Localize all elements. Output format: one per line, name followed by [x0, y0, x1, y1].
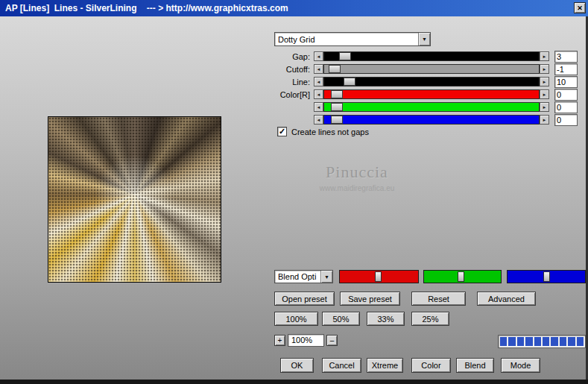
- color-r-slider[interactable]: ◄ ►: [314, 89, 549, 99]
- plugin-dialog-window: AP [Lines] Lines - SilverLining --- > ht…: [0, 0, 588, 384]
- filter-preview-image[interactable]: [48, 116, 221, 283]
- slider-row-color-r: Color[R] ◄ ►: [0, 89, 588, 101]
- close-icon: ✕: [577, 4, 583, 12]
- watermark-url: www.maidiregrafica.eu: [274, 184, 440, 192]
- gap-value-input[interactable]: [554, 51, 578, 63]
- save-preset-button[interactable]: Save preset: [340, 292, 400, 306]
- progress-segment: [517, 337, 524, 346]
- mode-button[interactable]: Mode: [501, 358, 540, 373]
- red-channel-slider[interactable]: [339, 270, 419, 283]
- slider-decrement-icon[interactable]: ◄: [314, 64, 323, 74]
- slider-row-gap: Gap: ◄ ►: [0, 51, 588, 63]
- slider-row-color-g: ◄ ►: [0, 102, 588, 113]
- zoom-level-value: 100%: [288, 334, 324, 347]
- color-r-slider-thumb[interactable]: [331, 90, 343, 98]
- cutoff-value-input[interactable]: [554, 63, 578, 75]
- green-channel-slider-thumb[interactable]: [458, 271, 464, 282]
- line-label: Line:: [246, 77, 310, 87]
- check-icon: ✓: [279, 128, 285, 136]
- zoom-out-button[interactable]: –: [326, 335, 338, 346]
- slider-increment-icon[interactable]: ►: [540, 77, 549, 86]
- progress-segment: [500, 337, 507, 346]
- blend-options-value: Blend Opti: [275, 272, 320, 281]
- gap-label: Gap:: [246, 51, 310, 62]
- red-channel-slider-thumb[interactable]: [375, 271, 382, 282]
- chevron-down-icon[interactable]: ▼: [320, 271, 332, 283]
- gap-slider-thumb[interactable]: [339, 52, 351, 60]
- slider-row-cutoff: Cutoff: ◄ ►: [0, 64, 588, 75]
- color-g-slider-thumb[interactable]: [331, 103, 343, 111]
- window-title: AP [Lines] Lines - SilverLining --- > ht…: [0, 3, 288, 13]
- xtreme-button[interactable]: Xtreme: [367, 358, 403, 373]
- progress-segment: [577, 337, 584, 346]
- zoom-in-button[interactable]: +: [274, 335, 285, 346]
- cancel-button[interactable]: Cancel: [322, 358, 361, 373]
- slider-increment-icon[interactable]: ►: [540, 102, 549, 112]
- slider-increment-icon[interactable]: ►: [540, 64, 549, 74]
- color-b-slider[interactable]: ◄ ►: [314, 115, 549, 125]
- gap-slider[interactable]: ◄ ►: [314, 51, 549, 61]
- create-lines-checkbox-row: ✓ Create lines not gaps: [277, 127, 369, 136]
- reset-button[interactable]: Reset: [411, 292, 466, 306]
- slider-decrement-icon[interactable]: ◄: [314, 77, 323, 86]
- zoom-100-button[interactable]: 100%: [274, 312, 318, 326]
- progress-segment: [525, 337, 532, 346]
- color-button[interactable]: Color: [411, 358, 451, 373]
- color-r-label: Color[R]: [246, 89, 310, 100]
- blue-channel-slider-thumb[interactable]: [543, 271, 550, 282]
- cutoff-slider-thumb[interactable]: [329, 65, 341, 73]
- create-lines-checkbox[interactable]: ✓: [277, 127, 287, 136]
- progress-segment: [543, 337, 549, 346]
- close-button[interactable]: ✕: [574, 2, 586, 13]
- line-slider-thumb[interactable]: [344, 78, 355, 86]
- create-lines-checkbox-label: Create lines not gaps: [291, 128, 369, 136]
- ok-button[interactable]: OK: [280, 358, 314, 373]
- cutoff-slider[interactable]: ◄ ►: [314, 64, 549, 74]
- line-value-input[interactable]: [554, 76, 578, 88]
- slider-row-line: Line: ◄ ►: [0, 77, 588, 88]
- watermark-name: Pinuccia: [274, 163, 440, 182]
- slider-row-color-b: ◄ ►: [0, 115, 588, 126]
- zoom-33-button[interactable]: 33%: [367, 312, 405, 326]
- line-slider-track[interactable]: [323, 77, 540, 86]
- open-preset-button[interactable]: Open preset: [274, 292, 335, 306]
- blend-options-dropdown[interactable]: Blend Opti ▼: [274, 270, 333, 283]
- color-b-value-input[interactable]: [554, 114, 578, 126]
- cutoff-slider-track[interactable]: [323, 64, 540, 74]
- slider-increment-icon[interactable]: ►: [540, 89, 549, 99]
- effect-preset-dropdown[interactable]: Dotty Grid ▼: [274, 32, 431, 46]
- progress-bar: [498, 335, 586, 348]
- color-g-slider-track[interactable]: [323, 102, 540, 112]
- color-r-slider-track[interactable]: [323, 89, 540, 99]
- color-b-slider-track[interactable]: [323, 115, 540, 125]
- zoom-50-button[interactable]: 50%: [322, 312, 360, 326]
- slider-decrement-icon[interactable]: ◄: [314, 115, 323, 125]
- slider-decrement-icon[interactable]: ◄: [314, 102, 323, 112]
- blue-channel-slider[interactable]: [507, 270, 586, 283]
- progress-segment: [534, 337, 541, 346]
- line-slider[interactable]: ◄ ►: [314, 77, 549, 86]
- slider-increment-icon[interactable]: ►: [540, 51, 549, 61]
- effect-preset-value: Dotty Grid: [275, 35, 418, 44]
- color-r-value-input[interactable]: [554, 89, 578, 101]
- title-bar[interactable]: AP [Lines] Lines - SilverLining --- > ht…: [0, 0, 588, 16]
- slider-decrement-icon[interactable]: ◄: [314, 51, 323, 61]
- zoom-25-button[interactable]: 25%: [411, 312, 449, 326]
- watermark: Pinuccia www.maidiregrafica.eu: [274, 163, 440, 192]
- cutoff-label: Cutoff:: [246, 64, 310, 75]
- chevron-down-icon[interactable]: ▼: [418, 33, 430, 45]
- progress-segment: [568, 337, 575, 346]
- color-g-value-input[interactable]: [554, 101, 578, 113]
- color-b-slider-thumb[interactable]: [331, 116, 343, 124]
- slider-increment-icon[interactable]: ►: [540, 115, 549, 125]
- slider-decrement-icon[interactable]: ◄: [314, 89, 323, 99]
- green-channel-slider[interactable]: [423, 270, 502, 283]
- progress-segment: [508, 337, 515, 346]
- gap-slider-track[interactable]: [323, 51, 540, 61]
- window-bottom-edge: [0, 380, 588, 384]
- progress-segment: [551, 337, 557, 346]
- progress-segment: [560, 337, 566, 346]
- blend-button[interactable]: Blend: [456, 358, 494, 373]
- advanced-button[interactable]: Advanced: [477, 292, 536, 306]
- color-g-slider[interactable]: ◄ ►: [314, 102, 549, 112]
